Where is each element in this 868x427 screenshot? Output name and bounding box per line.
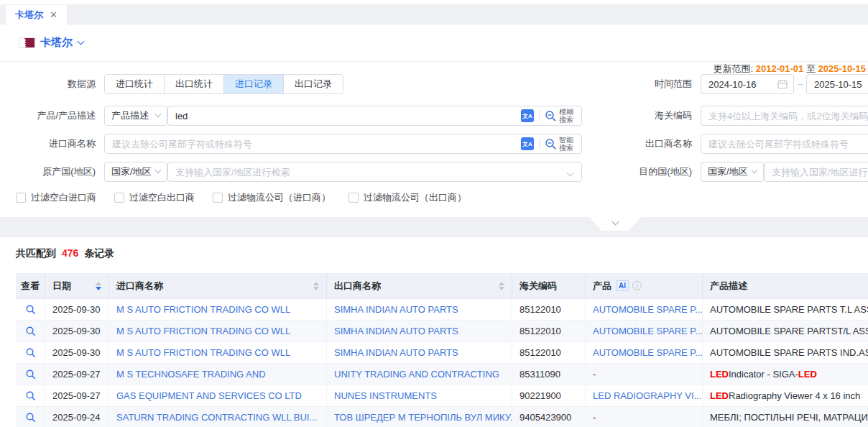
sort-control[interactable]	[309, 282, 319, 290]
datasource-option[interactable]: 出口记录	[283, 74, 343, 94]
view-cell	[16, 321, 45, 341]
view-record-icon[interactable]	[25, 304, 36, 315]
checkbox-icon[interactable]	[348, 193, 359, 203]
exporter-link[interactable]: SIMHA INDIAN AUTO PARTS	[334, 304, 458, 315]
importer-link[interactable]: M S AUTO FRICTION TRADING CO WLL	[116, 347, 290, 358]
fuzzy-search-label[interactable]: 模糊搜索	[559, 108, 576, 124]
info-icon[interactable]: i	[632, 281, 642, 290]
highlighted-term: LED	[710, 369, 729, 380]
view-record-icon[interactable]	[25, 412, 36, 423]
checkbox-icon[interactable]	[114, 193, 124, 203]
datasource-option[interactable]: 进口记录	[223, 74, 284, 94]
fuzzy-search-icon[interactable]	[545, 110, 557, 122]
hs-code-input[interactable]	[701, 111, 868, 121]
view-record-icon[interactable]	[25, 347, 36, 358]
importer-link[interactable]: GAS EQUIPMENT AND SERVICES CO LTD	[116, 390, 302, 401]
table-row: 2025-09-24SATURN TRADING CONTRACTING WLL…	[16, 407, 868, 427]
sort-asc-icon[interactable]	[313, 282, 319, 285]
product-value[interactable]: AUTOMOBILE SPARE P...	[593, 326, 703, 336]
product-value[interactable]: LED RADIOGRAPHY VI...	[593, 390, 701, 401]
column-header: 产品AIi	[586, 273, 703, 298]
product-type-select[interactable]: 产品描述	[104, 106, 167, 126]
view-record-icon[interactable]	[25, 369, 36, 380]
collapse-panel-button[interactable]	[589, 217, 641, 231]
column-header[interactable]: 进口商名称	[109, 273, 327, 298]
product-cell: LED RADIOGRAPHY VI...	[586, 385, 703, 406]
description-text: AUTOMOBILE SPARE PARTST/L ASSY ...	[710, 326, 868, 336]
destination-country-field[interactable]	[764, 162, 868, 182]
importer-search-field[interactable]: 文A 智能搜索	[104, 134, 582, 154]
view-cell	[16, 342, 45, 363]
translate-icon[interactable]: 文A	[521, 109, 534, 122]
importer-input[interactable]	[105, 139, 521, 150]
description-cell: LED Indicator - SIGA-LED	[703, 364, 868, 385]
sort-control[interactable]	[91, 282, 101, 290]
filter-checkbox[interactable]: 过滤空白进口商	[16, 191, 96, 204]
sort-desc-icon[interactable]	[499, 287, 504, 290]
sort-control[interactable]	[494, 282, 504, 290]
datasource-option[interactable]: 出口统计	[164, 74, 224, 94]
description-cell: AUTOMOBILE SPARE PARTS IND.ASS...	[703, 342, 868, 363]
hs-code-label: 海关编码	[596, 106, 692, 126]
product-search-input[interactable]	[168, 111, 521, 121]
hs-code-cell: 85122010	[512, 299, 586, 320]
chevron-down-icon	[78, 38, 85, 45]
product-search-field[interactable]: 文A 模糊搜索	[167, 106, 582, 126]
smart-search-label[interactable]: 智能搜索	[559, 136, 576, 152]
view-cell	[16, 385, 45, 406]
country-header[interactable]: 卡塔尔	[40, 36, 83, 50]
checkbox-icon[interactable]	[16, 193, 26, 203]
importer-link[interactable]: M S AUTO FRICTION TRADING CO WLL	[116, 326, 290, 336]
view-record-icon[interactable]	[25, 326, 36, 336]
column-header: 海关编码	[512, 273, 586, 298]
sort-asc-icon[interactable]	[499, 282, 504, 285]
date-from-input[interactable]	[701, 79, 777, 90]
exporter-link[interactable]: ТОВ ШРЕДЕР М ТЕРНОПІЛЬ ВУЛ МИКУЛИ...	[334, 412, 512, 423]
product-value[interactable]: AUTOMOBILE SPARE P...	[593, 304, 703, 315]
translate-icon[interactable]: 文A	[521, 137, 534, 150]
datasource-option[interactable]: 进口统计	[104, 74, 165, 94]
destination-country-input[interactable]	[765, 167, 868, 178]
filter-checkbox[interactable]: 过滤物流公司（出口商）	[348, 191, 466, 204]
date-to-field[interactable]	[806, 74, 868, 94]
product-value[interactable]: AUTOMOBILE SPARE P...	[593, 347, 703, 358]
origin-country-input[interactable]	[168, 167, 568, 178]
exporter-link[interactable]: SIMHA INDIAN AUTO PARTS	[334, 326, 458, 336]
origin-country-field[interactable]	[167, 162, 582, 182]
origin-type-select[interactable]: 国家/地区	[104, 162, 167, 182]
importer-link[interactable]: M S TECHNOSAFE TRADING AND	[116, 369, 266, 380]
update-range-from: 2012-01-01	[756, 63, 804, 74]
sort-desc-icon[interactable]	[96, 287, 101, 290]
tab-title: 卡塔尔	[15, 9, 43, 22]
smart-search-icon[interactable]	[545, 138, 557, 150]
exporter-link[interactable]: UNITY TRADING AND CONTRACTING	[334, 369, 499, 380]
filter-checkbox[interactable]: 过滤物流公司（进口商）	[213, 191, 331, 204]
checkbox-label: 过滤物流公司（出口商）	[364, 191, 466, 204]
tab-qatar[interactable]: 卡塔尔 ✕	[6, 5, 68, 24]
exporter-field[interactable]	[701, 134, 868, 154]
checkbox-icon[interactable]	[213, 193, 223, 203]
checkbox-label: 过滤空白出口商	[129, 191, 195, 204]
importer-link[interactable]: M S AUTO FRICTION TRADING CO WLL	[116, 304, 290, 315]
destination-type-select[interactable]: 国家/地区	[701, 162, 764, 182]
column-header[interactable]: 出口商名称	[327, 273, 512, 298]
hs-code-field[interactable]	[701, 106, 868, 126]
column-header[interactable]: 日期	[45, 273, 109, 298]
sort-asc-icon[interactable]	[96, 282, 101, 285]
exporter-cell: NUNES INSTRUMENTS	[327, 385, 512, 406]
view-record-icon[interactable]	[25, 390, 36, 401]
filter-checkbox[interactable]: 过滤空白出口商	[114, 191, 195, 204]
exporter-cell: SIMHA INDIAN AUTO PARTS	[327, 321, 512, 341]
exporter-link[interactable]: SIMHA INDIAN AUTO PARTS	[334, 347, 458, 358]
sort-desc-icon[interactable]	[313, 287, 319, 290]
importer-link[interactable]: SATURN TRADING CONTRACTING WLL BUI...	[116, 412, 317, 423]
hs-code-value: 85311090	[520, 369, 560, 380]
date-to-input[interactable]	[807, 79, 868, 90]
date-from-field[interactable]	[701, 74, 794, 94]
highlighted-term: LED	[798, 369, 817, 380]
exporter-link[interactable]: NUNES INSTRUMENTS	[334, 390, 437, 401]
close-icon[interactable]: ✕	[50, 10, 57, 19]
column-label: 海关编码	[520, 280, 557, 293]
calendar-icon[interactable]	[777, 79, 788, 89]
exporter-input[interactable]	[701, 139, 868, 150]
